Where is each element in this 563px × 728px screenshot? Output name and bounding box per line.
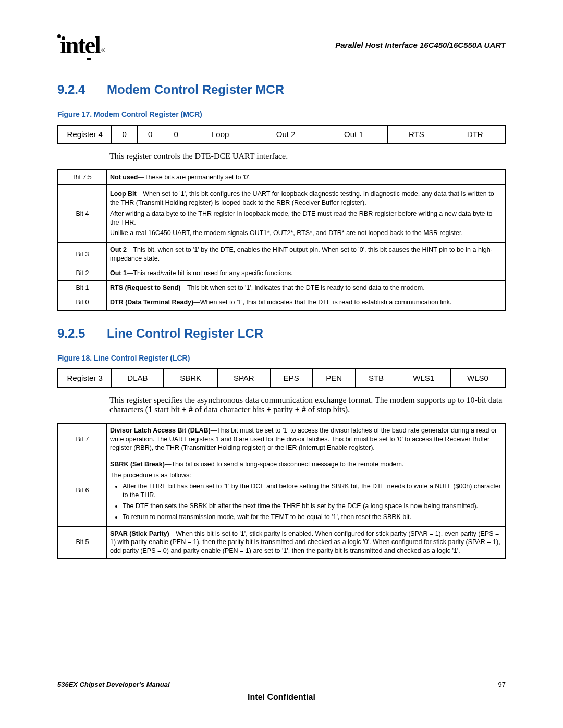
table-row: Register 4 0 0 0 Loop Out 2 Out 1 RTS DT…	[58, 125, 505, 143]
cell: DLAB	[112, 369, 164, 387]
table-row: Bit 5SPAR (Stick Parity)—When this bit i…	[58, 526, 505, 559]
bit-label: Bit 4	[58, 184, 107, 242]
table-row: Bit 3Out 2—This bit, when set to '1' by …	[58, 243, 505, 266]
body-text-lcr: This register specifies the asynchronous…	[109, 396, 506, 414]
cell: PEN	[312, 369, 356, 387]
cell: SBRK	[164, 369, 217, 387]
figure-caption-17: Figure 17. Modem Control Register (MCR)	[57, 110, 506, 118]
confidential-label: Intel Confidential	[57, 693, 506, 702]
intel-logo: intel®	[57, 31, 103, 59]
manual-name: 536EX Chipset Developer's Manual	[57, 681, 170, 688]
cell: RTS	[388, 125, 445, 143]
section-title: Modem Control Register MCR	[107, 82, 284, 96]
body-text-mcr: This register controls the DTE-DCE UART …	[109, 152, 506, 161]
table-row: Bit 1RTS (Request to Send)—This bit when…	[58, 280, 505, 295]
bit-label: Bit 5	[58, 526, 107, 559]
section-heading-925: 9.2.5Line Control Register LCR	[57, 326, 506, 341]
table-row: Bit 0DTR (Data Terminal Ready)—When set …	[58, 295, 505, 310]
bit-label: Bit 2	[58, 266, 107, 281]
table-row: Bit 7:5Not used—These bits are permanent…	[58, 170, 505, 184]
cell: 0	[137, 125, 163, 143]
section-number: 9.2.4	[57, 82, 107, 97]
description-table-mcr: Bit 7:5Not used—These bits are permanent…	[57, 169, 506, 311]
bit-label: Bit 7:5	[58, 170, 107, 184]
section-heading-924: 9.2.4Modem Control Register MCR	[57, 82, 506, 97]
table-row: Bit 4Loop Bit—When set to '1', this bit …	[58, 184, 505, 242]
page-number: 97	[498, 681, 506, 688]
header-title: Parallel Host Interface 16C450/16C550A U…	[335, 41, 506, 50]
bit-description: SPAR (Stick Parity)—When this bit is set…	[107, 526, 506, 559]
bit-label: Bit 7	[58, 423, 107, 455]
cell: WLS0	[450, 369, 505, 387]
description-table-lcr: Bit 7Divisor Latch Access Bit (DLAB)—Thi…	[57, 423, 506, 560]
cell: EPS	[270, 369, 312, 387]
cell: SPAR	[217, 369, 270, 387]
cell: STB	[356, 369, 397, 387]
page-header: intel® Parallel Host Interface 16C450/16…	[57, 31, 506, 59]
cell: 0	[112, 125, 137, 143]
bit-label: Bit 1	[58, 280, 107, 295]
bit-label: Bit 0	[58, 295, 107, 310]
bit-description: Not used—These bits are permanently set …	[107, 170, 506, 184]
bit-label: Bit 6	[58, 455, 107, 526]
table-row: Bit 7Divisor Latch Access Bit (DLAB)—Thi…	[58, 423, 505, 455]
cell: Loop	[189, 125, 252, 143]
section-title: Line Control Register LCR	[107, 326, 263, 340]
cell: Out 2	[252, 125, 320, 143]
register-table-mcr: Register 4 0 0 0 Loop Out 2 Out 1 RTS DT…	[57, 125, 506, 144]
table-row: Bit 2Out 1—This read/write bit is not us…	[58, 266, 505, 281]
cell: 0	[163, 125, 189, 143]
bit-label: Bit 3	[58, 243, 107, 266]
bit-description: Divisor Latch Access Bit (DLAB)—This bit…	[107, 423, 506, 455]
cell: DTR	[445, 125, 505, 143]
cell: Out 1	[320, 125, 387, 143]
table-row: Register 3 DLAB SBRK SPAR EPS PEN STB WL…	[58, 369, 505, 387]
cell: Register 4	[58, 125, 112, 143]
bit-description: SBRK (Set Break)—This bit is used to sen…	[107, 455, 506, 526]
page-footer: 536EX Chipset Developer's Manual 97 Inte…	[57, 681, 506, 702]
bit-description: RTS (Request to Send)—This bit when set …	[107, 280, 506, 295]
figure-caption-18: Figure 18. Line Control Register (LCR)	[57, 354, 506, 362]
section-number: 9.2.5	[57, 326, 107, 341]
bit-description: Out 2—This bit, when set to '1' by the D…	[107, 243, 506, 266]
cell: WLS1	[397, 369, 450, 387]
bit-description: Out 1—This read/write bit is not used fo…	[107, 266, 506, 281]
cell: Register 3	[58, 369, 112, 387]
bit-description: Loop Bit—When set to '1', this bit confi…	[107, 184, 506, 242]
footer-top: 536EX Chipset Developer's Manual 97	[57, 681, 506, 688]
table-row: Bit 6SBRK (Set Break)—This bit is used t…	[58, 455, 505, 526]
register-table-lcr: Register 3 DLAB SBRK SPAR EPS PEN STB WL…	[57, 368, 506, 388]
bit-description: DTR (Data Terminal Ready)—When set to '1…	[107, 295, 506, 310]
document-page: intel® Parallel Host Interface 16C450/16…	[0, 0, 563, 728]
